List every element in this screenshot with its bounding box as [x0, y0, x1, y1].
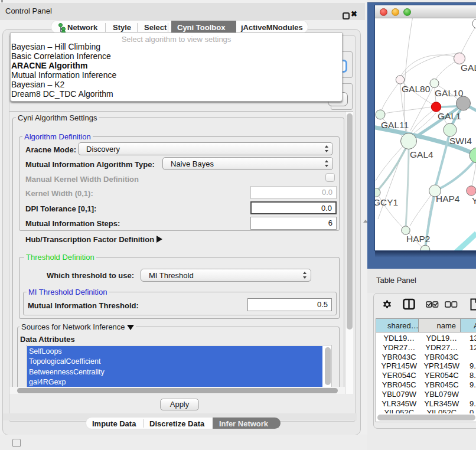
- svg-text:SWI4: SWI4: [449, 136, 472, 146]
- svg-text:Y: Y: [472, 195, 476, 206]
- svg-text:HAP2: HAP2: [406, 234, 431, 244]
- svg-text:GAL4: GAL4: [410, 149, 433, 159]
- svg-text:GAL80: GAL80: [402, 84, 431, 94]
- svg-text:GAL11: GAL11: [381, 120, 409, 130]
- svg-text:GAL1: GAL1: [438, 111, 461, 121]
- svg-text:HAP4: HAP4: [436, 194, 460, 204]
- svg-text:GCY1: GCY1: [375, 197, 398, 207]
- svg-text:GAL10: GAL10: [435, 88, 464, 98]
- svg-text:GAL2: GAL2: [461, 63, 476, 73]
